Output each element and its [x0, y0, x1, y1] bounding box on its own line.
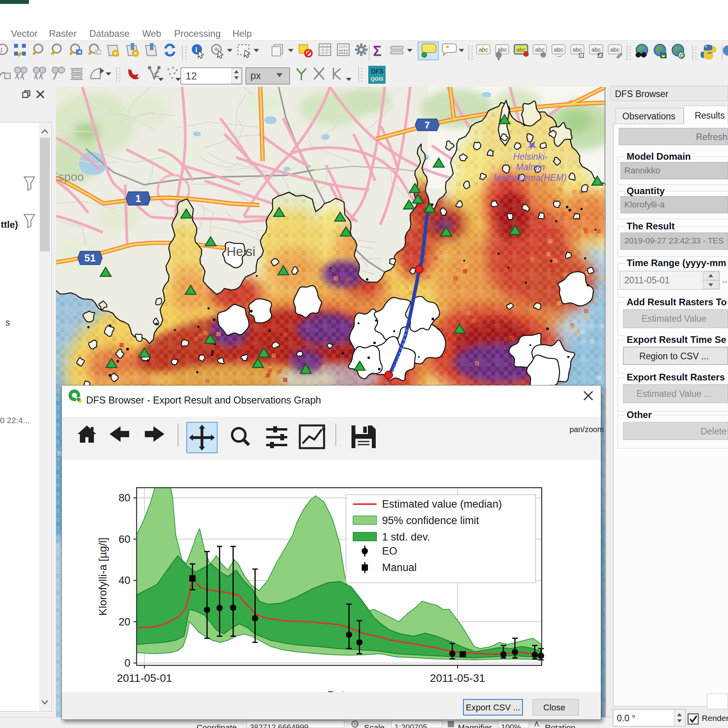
svg-text:abc: abc: [479, 46, 488, 53]
svg-text:40: 40: [119, 575, 130, 586]
svg-text:2011-05-31: 2011-05-31: [430, 672, 485, 684]
svg-text:95% confidence limit: 95% confidence limit: [382, 515, 479, 526]
svg-text:i: i: [195, 46, 197, 54]
svg-text:%: %: [353, 722, 358, 727]
svg-text:*: *: [446, 44, 449, 52]
svg-text:abc: abc: [535, 46, 545, 53]
svg-text:1: 1: [135, 193, 141, 204]
svg-text:abc: abc: [610, 46, 620, 53]
svg-text:Date: Date: [327, 689, 350, 692]
svg-text:ttle): ttle): [1, 219, 18, 230]
svg-text:2011-05-01: 2011-05-01: [117, 672, 172, 684]
svg-text:abc: abc: [591, 46, 601, 53]
svg-text:px: px: [250, 70, 261, 81]
svg-text:Klorofylli-a [µg/l]: Klorofylli-a [µg/l]: [97, 537, 109, 616]
svg-text:51: 51: [85, 252, 96, 264]
svg-text:lentoasema(HEM): lentoasema(HEM): [494, 173, 566, 183]
svg-text:abc: abc: [573, 46, 582, 53]
svg-text:60: 60: [119, 533, 130, 545]
svg-text:Helsi: Helsi: [227, 244, 255, 259]
svg-text:7: 7: [425, 120, 430, 130]
svg-text:80: 80: [119, 492, 130, 504]
svg-text:12: 12: [186, 70, 197, 82]
svg-text:Q: Q: [680, 52, 684, 58]
svg-text:20: 20: [119, 616, 130, 628]
svg-text:Espoo: Espoo: [56, 170, 84, 183]
svg-text:1 std. dev.: 1 std. dev.: [382, 531, 430, 543]
svg-text:Manual: Manual: [382, 562, 417, 573]
svg-text:s: s: [5, 317, 10, 328]
svg-text:Σ: Σ: [373, 43, 382, 59]
svg-text:QGIS: QGIS: [371, 76, 384, 82]
svg-text:Estimated value (median): Estimated value (median): [382, 498, 502, 510]
svg-text:Helsinki-: Helsinki-: [513, 151, 548, 162]
svg-text:Malmin: Malmin: [516, 162, 545, 172]
svg-text:1: 1: [0, 47, 3, 53]
svg-text:abc: abc: [554, 46, 564, 53]
svg-text:DFS: DFS: [371, 68, 384, 75]
svg-text:EO: EO: [382, 545, 397, 557]
svg-text:0: 0: [124, 657, 130, 669]
